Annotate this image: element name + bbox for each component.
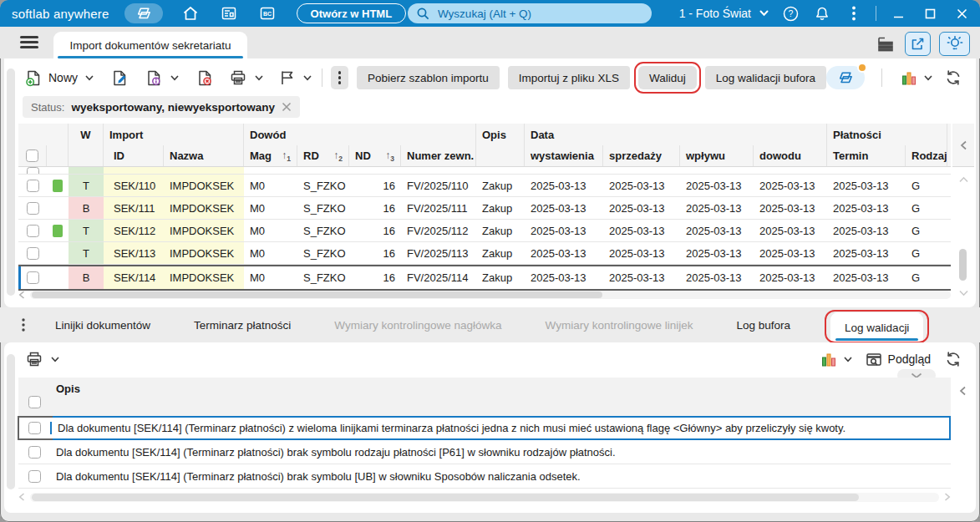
related-windows-button[interactable] [826, 66, 865, 89]
menu-button[interactable] [20, 36, 38, 49]
collapse-side-panel-button[interactable] [952, 124, 974, 167]
new-document-button[interactable]: Nowy [23, 66, 80, 89]
header-dowodu[interactable]: dowodu [754, 145, 827, 166]
log-header-opis[interactable]: Opis [50, 378, 951, 395]
detail-tab[interactable]: Terminarz płatności [190, 307, 294, 342]
detail-tab[interactable]: Wymiary kontrolingowe linijek [542, 307, 697, 342]
grid-hscrollbar[interactable] [18, 289, 951, 300]
log-row[interactable]: Dla dokumentu [SEK/114] (Terminarz płatn… [18, 416, 951, 440]
header-wystawienia[interactable]: wystawienia [525, 145, 603, 166]
row-checkbox[interactable] [27, 271, 39, 284]
log-row[interactable]: Dla dokumentu [SEK/114] (Terminarz płatn… [18, 464, 951, 489]
header-group-opis[interactable]: Opis [476, 124, 525, 145]
flag-button[interactable] [277, 66, 298, 89]
news-button[interactable] [218, 3, 240, 24]
scroll-up-icon[interactable] [952, 172, 974, 187]
left-splitter[interactable] [7, 354, 15, 489]
hscroll-thumb[interactable] [32, 291, 602, 298]
sort-asc-1-icon[interactable]: ↑1 [282, 150, 291, 163]
log-row-checkbox[interactable] [28, 446, 41, 459]
more-actions-button[interactable] [331, 66, 348, 89]
tab-import-dokumentow[interactable]: Import dokumentów sekretariatu [53, 32, 247, 58]
toolbar-action-button[interactable]: Waliduj [638, 66, 697, 89]
header-rodzaj[interactable]: Rodzaj [906, 145, 947, 166]
scroll-left-icon[interactable] [18, 291, 25, 299]
analysis-chevron-icon[interactable] [922, 73, 934, 83]
log-hscrollbar[interactable] [18, 491, 951, 503]
minimize-button[interactable] [888, 3, 908, 23]
log-refresh-button[interactable] [942, 347, 964, 371]
scroll-down-icon[interactable] [952, 287, 974, 299]
table-row[interactable]: T SEK/113 IMPDOKSEK M0 S_FZKO 16 FV/2025… [18, 242, 951, 265]
row-checkbox[interactable] [27, 180, 39, 192]
log-print-button[interactable] [23, 347, 46, 371]
remove-filter-icon[interactable] [282, 102, 292, 112]
scroll-left-icon[interactable] [18, 493, 25, 501]
scroll-right-icon[interactable] [944, 493, 951, 501]
header-sprzedazy[interactable]: sprzedaży [603, 145, 680, 166]
toolbar-action-button[interactable]: Importuj z pliku XLS [508, 66, 630, 89]
detail-tab[interactable]: Log walidacji [830, 312, 923, 342]
preview-button[interactable]: Podgląd [866, 352, 931, 367]
info-chevron-icon[interactable] [169, 73, 180, 83]
refresh-button[interactable] [942, 66, 964, 89]
titlebar-menu-button[interactable] [844, 3, 864, 23]
print-chevron-icon[interactable] [253, 73, 265, 83]
maximize-button[interactable] [920, 3, 940, 23]
search-input[interactable] [436, 7, 643, 21]
share-button[interactable] [905, 32, 931, 56]
toolbar-action-button[interactable]: Pobierz szablon importu [357, 66, 500, 89]
left-splitter[interactable] [7, 68, 15, 296]
row-checkbox[interactable] [27, 225, 39, 237]
header-rd[interactable]: RD ↑2 [297, 145, 349, 166]
sort-asc-2-icon[interactable]: ↑2 [333, 150, 343, 163]
row-checkbox[interactable] [27, 247, 39, 260]
detail-tab[interactable]: Linijki dokumentów [52, 307, 154, 342]
vscroll-thumb[interactable] [959, 249, 967, 281]
close-button[interactable] [952, 3, 972, 23]
table-row[interactable]: T SEK/112 IMPDOKSEK M0 S_FZKO 16 FV/2025… [18, 220, 951, 242]
global-search[interactable] [408, 3, 652, 23]
workspace-switcher-button[interactable] [124, 3, 163, 23]
table-row[interactable]: B SEK/111 IMPDOKSEK M0 S_FZKO 16 FV/2025… [18, 197, 951, 220]
help-button[interactable]: ? [780, 3, 800, 23]
log-analysis-button[interactable] [819, 347, 839, 371]
header-group-dowod[interactable]: Dowód [244, 124, 476, 145]
header-mag[interactable]: Mag ↑1 [244, 145, 297, 166]
log-collapse-side-button[interactable] [952, 381, 972, 406]
delete-document-button[interactable] [194, 66, 216, 89]
document-info-button[interactable] [143, 66, 165, 89]
flag-chevron-icon[interactable] [302, 73, 313, 83]
open-in-html-button[interactable]: Otwórz w HTML [297, 3, 407, 23]
ideas-button[interactable] [939, 32, 970, 56]
company-selector[interactable]: 1 - Foto Świat [679, 7, 769, 20]
header-nazwa[interactable]: Nazwa [164, 145, 244, 166]
new-chevron-icon[interactable] [84, 73, 95, 83]
detail-tabs-menu-button[interactable] [22, 318, 25, 332]
header-termin[interactable]: Termin [827, 145, 906, 166]
row-checkbox[interactable] [27, 167, 39, 174]
header-group-import[interactable]: Import [104, 124, 244, 145]
table-row-partial[interactable] [18, 167, 951, 175]
log-analysis-chevron-icon[interactable] [842, 355, 854, 364]
sort-asc-3-icon[interactable]: ↑3 [385, 150, 394, 163]
analysis-button[interactable] [899, 66, 919, 89]
hscroll-thumb[interactable] [32, 494, 859, 501]
header-group-w[interactable]: W [69, 124, 104, 145]
header-id[interactable]: ID [104, 145, 164, 166]
log-print-chevron-icon[interactable] [49, 355, 61, 364]
detail-tab[interactable]: Wymiary kontrolingowe nagłówka [331, 307, 505, 342]
log-row-checkbox[interactable] [28, 422, 41, 434]
header-group-data[interactable]: Data [525, 124, 827, 145]
table-row[interactable]: T SEK/110 IMPDOKSEK M0 S_FZKO 16 FV/2025… [18, 175, 951, 197]
log-row[interactable]: Dla dokumentu [SEK/114] (Terminarz płatn… [18, 440, 951, 464]
header-numer-zewn[interactable]: Numer zewn. [401, 145, 476, 166]
notifications-button[interactable] [812, 3, 832, 23]
hierarchy-button[interactable] [875, 33, 896, 54]
log-row-checkbox[interactable] [28, 470, 41, 483]
bc-button[interactable]: BC [256, 3, 278, 24]
print-button[interactable] [226, 66, 250, 89]
header-group-platnosci[interactable]: Płatności [827, 124, 947, 145]
edit-document-button[interactable] [109, 66, 131, 89]
log-select-all-checkbox[interactable] [28, 396, 41, 408]
